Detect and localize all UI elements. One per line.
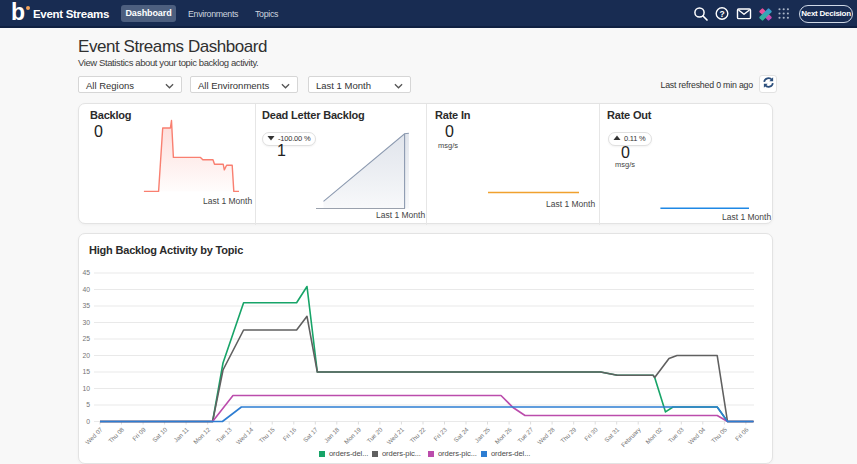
svg-text:35: 35 bbox=[82, 302, 90, 309]
svg-text:10: 10 bbox=[82, 385, 90, 392]
svg-text:0: 0 bbox=[86, 418, 90, 425]
svg-text:Wed 04: Wed 04 bbox=[687, 425, 707, 445]
svg-text:15: 15 bbox=[82, 368, 90, 375]
svg-text:30: 30 bbox=[82, 319, 90, 326]
svg-text:Jan 18: Jan 18 bbox=[322, 425, 340, 443]
svg-text:Thu 29: Thu 29 bbox=[559, 425, 578, 444]
svg-text:Mon 12: Mon 12 bbox=[192, 425, 212, 445]
svg-text:Tue 20: Tue 20 bbox=[365, 425, 384, 444]
svg-text:Thu 15: Thu 15 bbox=[257, 425, 276, 444]
svg-text:Wed 07: Wed 07 bbox=[84, 425, 104, 445]
svg-text:45: 45 bbox=[82, 269, 90, 276]
svg-text:Thu 08: Thu 08 bbox=[107, 425, 126, 444]
svg-text:Fri 30: Fri 30 bbox=[583, 425, 600, 442]
svg-text:25: 25 bbox=[82, 335, 90, 342]
svg-text:Sat 10: Sat 10 bbox=[151, 425, 169, 443]
svg-text:Tue 13: Tue 13 bbox=[214, 425, 233, 444]
svg-text:Jan 25: Jan 25 bbox=[473, 425, 491, 443]
svg-text:20: 20 bbox=[82, 352, 90, 359]
svg-text:Thu 22: Thu 22 bbox=[408, 425, 427, 444]
svg-text:Wed 14: Wed 14 bbox=[234, 425, 254, 445]
svg-text:?: ? bbox=[719, 9, 724, 19]
svg-text:Thu 05: Thu 05 bbox=[710, 425, 729, 444]
svg-text:Fri 16: Fri 16 bbox=[281, 425, 298, 442]
svg-text:Sat 31: Sat 31 bbox=[603, 425, 621, 443]
svg-text:Wed 21: Wed 21 bbox=[385, 425, 405, 445]
svg-text:Sat 24: Sat 24 bbox=[452, 425, 470, 443]
svg-text:Tue 03: Tue 03 bbox=[667, 425, 686, 444]
svg-text:February: February bbox=[619, 425, 642, 448]
svg-text:Mon 19: Mon 19 bbox=[343, 425, 363, 445]
svg-text:Fri 23: Fri 23 bbox=[432, 425, 449, 442]
svg-text:Fri 06: Fri 06 bbox=[733, 425, 750, 442]
svg-text:40: 40 bbox=[82, 286, 90, 293]
svg-text:Jan 11: Jan 11 bbox=[172, 425, 190, 443]
svg-text:Mon 26: Mon 26 bbox=[493, 425, 513, 445]
svg-text:Sat 17: Sat 17 bbox=[301, 425, 319, 443]
svg-text:Fri 09: Fri 09 bbox=[131, 425, 148, 442]
svg-text:Tue 27: Tue 27 bbox=[516, 425, 535, 444]
svg-text:Mon 02: Mon 02 bbox=[644, 425, 664, 445]
svg-text:5: 5 bbox=[86, 401, 90, 408]
svg-text:Wed 28: Wed 28 bbox=[536, 425, 556, 445]
